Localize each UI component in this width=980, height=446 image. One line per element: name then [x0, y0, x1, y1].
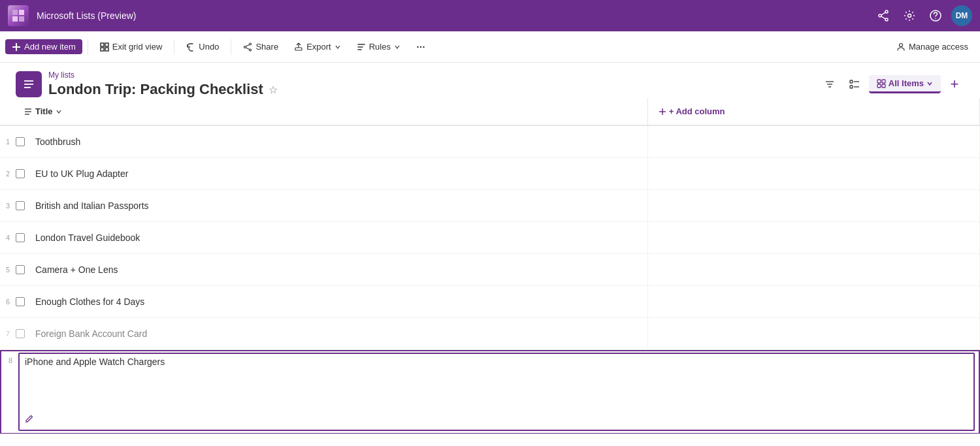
more-button[interactable]: [410, 40, 432, 54]
add-row[interactable]: [0, 434, 980, 439]
row-checkbox[interactable]: [16, 201, 25, 210]
add-column-header[interactable]: + Add column: [647, 98, 979, 125]
svg-point-28: [899, 43, 902, 46]
share-button[interactable]: Share: [237, 39, 285, 54]
command-bar: Add new item Exit grid view Undo Share: [0, 31, 980, 63]
svg-rect-15: [105, 43, 108, 46]
svg-line-21: [246, 44, 250, 46]
svg-line-8: [881, 16, 885, 19]
row-checkbox[interactable]: [16, 329, 25, 338]
list-header: My lists London Trip: Packing Checklist …: [0, 63, 980, 98]
add-row-icon: [24, 434, 39, 440]
row-number: 3: [0, 202, 16, 210]
svg-rect-17: [105, 48, 108, 51]
filter-button[interactable]: [819, 76, 840, 93]
row-number: 6: [0, 298, 16, 306]
svg-point-25: [417, 46, 418, 47]
grid-container: Title + Add column: [0, 98, 980, 439]
list-title: London Trip: Packing Checklist: [48, 81, 263, 98]
svg-point-18: [250, 43, 252, 45]
share-icon-btn[interactable]: [873, 5, 894, 26]
svg-point-11: [935, 18, 936, 20]
app-bar-icons: DM: [873, 5, 972, 26]
svg-rect-0: [12, 10, 18, 15]
row-number: 4: [0, 234, 16, 242]
user-avatar[interactable]: DM: [951, 5, 972, 26]
empty-cell: [647, 254, 979, 286]
svg-point-6: [885, 18, 888, 21]
title-cell-text: London Travel Guidebook: [30, 232, 145, 243]
rules-button[interactable]: Rules: [350, 39, 407, 54]
svg-rect-14: [101, 43, 104, 46]
row-checkbox[interactable]: [16, 297, 25, 306]
grid-body: 1 Toothbrush 2 EU to UK Plug Adapter 3: [0, 125, 980, 434]
help-icon-btn[interactable]: [925, 5, 946, 26]
separator-3: [231, 39, 231, 55]
undo-button[interactable]: Undo: [180, 39, 225, 54]
list-icon: [16, 71, 42, 97]
table-row: 8 iPhone and Apple Watch Chargers: [0, 350, 980, 434]
app-logo[interactable]: [8, 5, 29, 26]
svg-rect-41: [877, 84, 881, 88]
svg-rect-23: [295, 48, 302, 50]
row-number: 8: [3, 353, 18, 364]
empty-cell: [647, 318, 979, 350]
separator-1: [88, 39, 88, 55]
row-checkbox[interactable]: [16, 265, 25, 274]
row-checkbox[interactable]: [16, 137, 25, 146]
table-row: 5 Camera + One Lens: [0, 254, 980, 286]
grid-table: Title + Add column: [0, 98, 980, 434]
header-actions: All Items +: [819, 74, 964, 94]
svg-point-26: [420, 46, 421, 47]
title-cell-text: Enough Clothes for 4 Days: [30, 296, 150, 307]
empty-cell: [647, 158, 979, 190]
breadcrumb[interactable]: My lists: [48, 71, 278, 80]
title-cell-text: EU to UK Plug Adapter: [30, 168, 133, 179]
row-number: 2: [0, 170, 16, 178]
svg-point-20: [250, 49, 252, 51]
empty-cell: [647, 222, 979, 254]
row-checkbox[interactable]: [16, 169, 25, 178]
empty-cell: [647, 190, 979, 222]
table-row: 1 Toothbrush: [0, 125, 980, 158]
row-checkbox[interactable]: [16, 233, 25, 242]
exit-grid-view-button[interactable]: Exit grid view: [93, 39, 169, 54]
edit-pencil-icon[interactable]: [25, 414, 34, 426]
title-column-header[interactable]: Title: [0, 98, 647, 125]
svg-point-5: [879, 14, 881, 17]
svg-line-7: [881, 12, 885, 15]
svg-rect-2: [12, 16, 18, 22]
list-title-row: London Trip: Packing Checklist ☆: [48, 81, 278, 98]
empty-cell: [647, 286, 979, 318]
title-cell-text: Foreign Bank Account Card: [30, 328, 152, 339]
row-number: 5: [0, 266, 16, 274]
settings-icon-btn[interactable]: [899, 5, 920, 26]
add-new-item-button[interactable]: Add new item: [5, 39, 82, 54]
svg-point-4: [885, 10, 888, 13]
manage-access-button[interactable]: Manage access: [890, 39, 975, 54]
table-row: 7 Foreign Bank Account Card: [0, 318, 980, 350]
row-number: 1: [0, 138, 16, 146]
svg-rect-1: [19, 10, 24, 15]
group-button[interactable]: [844, 76, 865, 93]
separator-2: [174, 39, 174, 55]
grid-header-row: Title + Add column: [0, 98, 980, 125]
svg-rect-40: [882, 80, 885, 83]
app-title: Microsoft Lists (Preview): [37, 10, 868, 21]
svg-rect-3: [19, 16, 24, 22]
svg-rect-39: [877, 80, 881, 83]
svg-point-19: [244, 46, 246, 48]
svg-rect-16: [101, 48, 104, 51]
editing-text[interactable]: iPhone and Apple Watch Chargers: [25, 357, 968, 367]
star-icon[interactable]: ☆: [269, 84, 278, 96]
add-view-button[interactable]: +: [945, 74, 964, 94]
all-items-button[interactable]: All Items: [869, 75, 941, 93]
title-cell-text: Camera + One Lens: [30, 264, 123, 275]
svg-rect-42: [882, 84, 885, 88]
svg-rect-37: [850, 86, 853, 88]
svg-line-22: [246, 48, 250, 50]
svg-point-27: [423, 46, 424, 47]
export-button[interactable]: Export: [287, 39, 348, 54]
table-row: 2 EU to UK Plug Adapter: [0, 158, 980, 190]
editing-cell-container: iPhone and Apple Watch Chargers: [18, 353, 975, 431]
